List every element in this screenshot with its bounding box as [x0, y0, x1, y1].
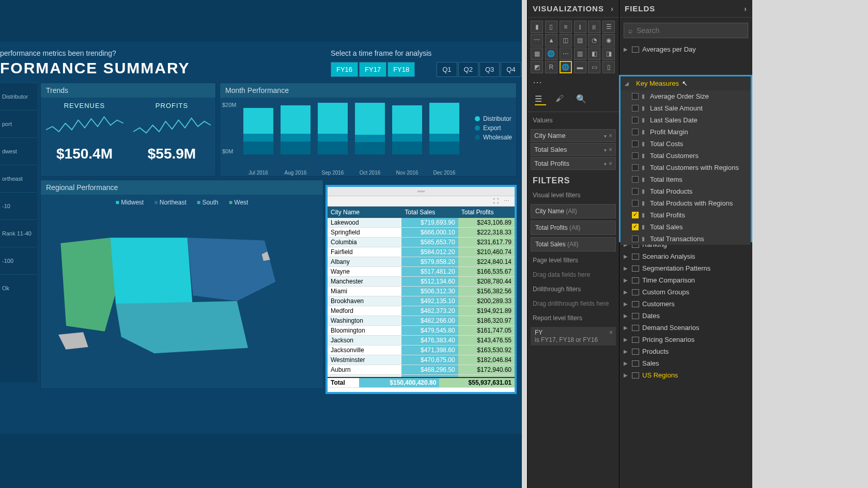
- viz-type-icon[interactable]: ≡: [560, 21, 572, 33]
- us-map[interactable]: [41, 210, 323, 375]
- key-measures-header[interactable]: ◢ Key Measures ↖: [621, 76, 751, 90]
- measure-item[interactable]: ▮Total Products with Regions: [621, 197, 751, 209]
- viz-type-icon[interactable]: 🌐: [545, 48, 557, 60]
- slicer-item[interactable]: -100: [0, 247, 37, 274]
- table-row[interactable]: Medford$482,373.20$194,921.89: [328, 306, 515, 316]
- table-item[interactable]: ▶Custom Groups: [619, 286, 752, 298]
- table-item[interactable]: ▶Customers: [619, 298, 752, 310]
- value-field[interactable]: Total Profits▾ ×: [531, 157, 616, 170]
- viz-type-icon[interactable]: ▦: [531, 48, 543, 60]
- q1-button[interactable]: Q1: [437, 62, 457, 77]
- viz-type-icon[interactable]: ⋯: [560, 48, 572, 60]
- table-item[interactable]: ▶Products: [619, 345, 752, 357]
- table-row[interactable]: Albany$579,858.20$224,840.14: [328, 257, 515, 267]
- drill-filters-dropzone[interactable]: Drag drillthrough fields here: [528, 296, 619, 311]
- viz-type-icon[interactable]: ◧: [588, 48, 600, 60]
- checkbox[interactable]: [632, 152, 639, 159]
- checkbox[interactable]: [632, 235, 639, 242]
- viz-type-icon[interactable]: ▯: [545, 21, 557, 33]
- table-item[interactable]: ▶Time Comparison: [619, 274, 752, 286]
- q2-button[interactable]: Q2: [458, 62, 478, 77]
- table-item[interactable]: ▶US Regions: [619, 369, 752, 381]
- value-field[interactable]: Total Sales▾ ×: [531, 143, 616, 156]
- chevron-down-icon[interactable]: ▾: [604, 147, 607, 153]
- slicer-item[interactable]: ortheast: [0, 165, 37, 192]
- table-row[interactable]: Richmond$461,891.30$147,565.89: [328, 375, 515, 377]
- viz-type-icon[interactable]: ▭: [588, 61, 600, 73]
- bar-column[interactable]: [355, 103, 385, 154]
- expand-icon[interactable]: ▶: [624, 265, 629, 271]
- viz-type-icon[interactable]: ▲: [545, 34, 557, 46]
- measure-item[interactable]: ▮Total Sales: [621, 221, 751, 233]
- table-row[interactable]: Washington$482,266.00$186,320.97: [328, 316, 515, 326]
- col-city[interactable]: City Name: [328, 207, 401, 218]
- checkbox[interactable]: [632, 140, 639, 147]
- chevron-down-icon[interactable]: ▾: [604, 133, 607, 139]
- table-scroll[interactable]: City Name Total Sales Total Profits Lake…: [328, 207, 515, 377]
- table-item[interactable]: ▶Dates: [619, 310, 752, 322]
- remove-icon[interactable]: ×: [609, 132, 612, 139]
- analytics-tab-icon[interactable]: 🔍: [576, 94, 587, 105]
- report-filter-fy[interactable]: FY is FY17, FY18 or FY16 ×: [531, 327, 616, 345]
- expand-icon[interactable]: ▶: [624, 289, 629, 295]
- measure-item[interactable]: ▮Total Costs: [621, 138, 751, 150]
- viz-type-icon[interactable]: ⫿: [574, 21, 586, 33]
- checkbox[interactable]: [632, 129, 639, 135]
- measure-item[interactable]: ▮Total Items: [621, 174, 751, 185]
- slicer-item[interactable]: -10: [0, 192, 37, 219]
- bar-column[interactable]: [281, 103, 311, 154]
- table-row[interactable]: Columbia$585,653.70$231,617.79: [328, 238, 515, 247]
- fy16-button[interactable]: FY16: [331, 62, 358, 77]
- slicer-item[interactable]: dwest: [0, 137, 37, 165]
- slicer-item[interactable]: Ok: [0, 274, 37, 302]
- expand-icon[interactable]: ▶: [624, 46, 629, 52]
- fields-search[interactable]: ⌕: [624, 23, 748, 38]
- page-filters-dropzone[interactable]: Drag data fields here: [528, 267, 619, 282]
- checkbox[interactable]: [632, 200, 639, 207]
- table-row[interactable]: Wayne$517,481.20$166,535.67: [328, 267, 515, 277]
- measure-item[interactable]: ▮Total Transactions: [621, 233, 751, 245]
- viz-type-icon[interactable]: R: [545, 61, 557, 73]
- measure-item[interactable]: ▮Total Products: [621, 185, 751, 197]
- checkbox[interactable]: [632, 164, 639, 171]
- visual-drag-handle[interactable]: ══: [328, 187, 515, 196]
- col-sales[interactable]: Total Sales: [401, 207, 458, 218]
- expand-icon[interactable]: ▶: [624, 337, 629, 342]
- remove-icon[interactable]: ×: [609, 146, 612, 153]
- viz-type-icon[interactable]: ◫: [560, 34, 572, 46]
- expand-icon[interactable]: ▶: [624, 325, 629, 330]
- fields-pane-header[interactable]: FIELDS ›: [619, 0, 752, 18]
- q4-button[interactable]: Q4: [501, 62, 521, 77]
- table-row[interactable]: Bloomington$479,545.80$161,747.05: [328, 326, 515, 336]
- visual-filter[interactable]: Total Sales (All): [531, 237, 616, 251]
- visual-filter[interactable]: City Name (All): [531, 204, 616, 218]
- viz-type-icon[interactable]: ▮: [531, 21, 543, 33]
- viz-type-icon[interactable]: ▬: [574, 61, 586, 73]
- viz-type-icon[interactable]: ▤: [574, 34, 586, 46]
- measure-item[interactable]: ▮Last Sales Date: [621, 114, 751, 126]
- measure-item[interactable]: ▮Last Sale Amount: [621, 102, 751, 114]
- viz-type-icon[interactable]: 🌐: [560, 61, 572, 73]
- table-row[interactable]: Fairfield$584,012.20$210,460.74: [328, 247, 515, 257]
- table-row[interactable]: Jackson$476,383.40$143,476.55: [328, 336, 515, 345]
- table-row[interactable]: Westminster$470,675.00$182,046.84: [328, 355, 515, 365]
- checkbox[interactable]: [632, 212, 639, 218]
- viz-more-icon[interactable]: ⋯: [528, 76, 619, 88]
- more-options-icon[interactable]: ⋯: [504, 198, 509, 204]
- measure-item[interactable]: ▮Total Customers: [621, 150, 751, 162]
- slicer-item[interactable]: port: [0, 110, 37, 137]
- slicer-item[interactable]: Distributor: [0, 83, 37, 110]
- table-item[interactable]: ▶Scenario Analysis: [619, 250, 752, 262]
- chevron-down-icon[interactable]: ▾: [604, 161, 607, 167]
- viz-type-icon[interactable]: ▯: [602, 61, 615, 73]
- table-row[interactable]: Miami$506,312.30$156,382.56: [328, 287, 515, 296]
- collapse-icon[interactable]: ◢: [625, 81, 630, 86]
- viz-type-icon[interactable]: ⫼: [588, 21, 600, 33]
- table-row[interactable]: Jacksonville$471,398.60$163,530.92: [328, 345, 515, 355]
- table-item[interactable]: ▶Sales: [619, 357, 752, 369]
- measure-item[interactable]: ▮Profit Margin: [621, 126, 751, 138]
- table-row[interactable]: Manchester$512,134.60$208,780.44: [328, 277, 515, 287]
- viz-type-icon[interactable]: ☰: [602, 21, 615, 33]
- fy18-button[interactable]: FY18: [388, 62, 415, 77]
- checkbox[interactable]: [632, 105, 639, 112]
